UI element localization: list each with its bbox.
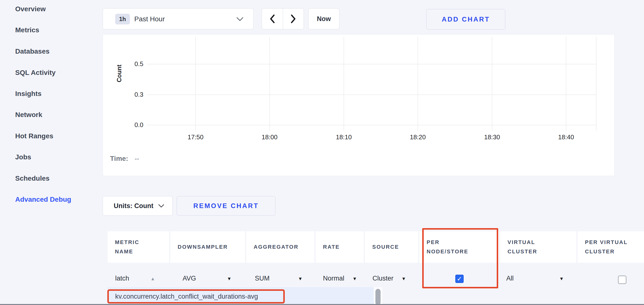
y-axis-tick: 0.3: [114, 91, 143, 98]
caret-up-icon[interactable]: ▲: [150, 276, 155, 282]
gridline: [195, 37, 196, 131]
caret-down-icon[interactable]: ▼: [298, 276, 303, 282]
sidebar-item-overview[interactable]: Overview: [15, 4, 46, 14]
source-select[interactable]: Cluster: [372, 275, 394, 282]
virtual-cluster-select[interactable]: All: [506, 275, 514, 282]
hover-time-label: Time:: [110, 155, 128, 162]
autocomplete-suggestion[interactable]: kv.concurrency.latch_conflict_wait_durat…: [115, 293, 258, 300]
time-range-label: Past Hour: [134, 8, 165, 30]
gridline: [566, 37, 566, 131]
y-axis-tick: 0.0: [114, 121, 143, 129]
x-axis-tick: 18:30: [477, 133, 507, 141]
now-button[interactable]: Now: [308, 8, 340, 29]
caret-down-icon[interactable]: ▼: [559, 276, 564, 282]
sidebar-item-sql-activity[interactable]: SQL Activity: [15, 68, 56, 78]
gridline: [147, 125, 596, 125]
caret-down-icon[interactable]: ▼: [352, 276, 357, 282]
gridline: [418, 37, 418, 131]
column-header-source: SOURCE: [365, 231, 418, 263]
gridline: [344, 37, 344, 131]
x-axis-tick: 18:20: [403, 133, 432, 141]
chevron-down-icon: [236, 17, 244, 21]
caret-down-icon[interactable]: ▼: [402, 276, 406, 282]
hover-time-value: --: [134, 155, 139, 162]
remove-chart-button[interactable]: REMOVE CHART: [177, 196, 276, 216]
column-header-per-virtual-cluster: PER VIRTUAL CLUSTER: [578, 231, 644, 263]
sidebar-item-hot-ranges[interactable]: Hot Ranges: [15, 131, 54, 141]
sidebar-item-network[interactable]: Network: [15, 110, 42, 120]
x-axis-tick: 18:10: [329, 133, 358, 141]
sidebar-item-insights[interactable]: Insights: [15, 89, 42, 99]
advanced-debug-custom-chart-page: Overview Metrics Databases SQL Activity …: [0, 0, 644, 305]
sidebar-item-advanced-debug[interactable]: Advanced Debug: [15, 195, 71, 204]
per-virtual-cluster-checkbox[interactable]: ✓: [618, 276, 626, 284]
caret-down-icon[interactable]: ▼: [227, 276, 232, 282]
column-header-rate: RATE: [316, 231, 364, 263]
prev-time-button[interactable]: [262, 8, 283, 29]
x-axis-tick: 17:50: [181, 133, 210, 141]
x-axis-tick: 18:40: [551, 133, 581, 141]
metric-name-input[interactable]: latch: [115, 275, 129, 282]
units-dropdown-label: Units: Count: [114, 196, 154, 215]
chart-card: [103, 34, 614, 176]
aggregator-select[interactable]: SUM: [255, 275, 270, 282]
column-header-aggregator: AGGREGATOR: [246, 231, 314, 263]
sidebar-item-metrics[interactable]: Metrics: [15, 25, 39, 35]
check-icon: ✓: [456, 275, 463, 283]
gridline: [269, 37, 270, 131]
gridline: [147, 94, 596, 95]
units-dropdown[interactable]: Units: Count: [103, 196, 172, 216]
rate-select[interactable]: Normal: [323, 275, 344, 282]
sidebar-item-jobs[interactable]: Jobs: [15, 152, 31, 162]
hover-time-readout: Time:--: [110, 155, 139, 163]
sidebar-item-databases[interactable]: Databases: [15, 46, 50, 56]
time-step-button-group: [262, 8, 304, 29]
gridline: [596, 37, 596, 131]
dropdown-scrollbar-thumb[interactable]: [376, 289, 380, 305]
column-header-per-node-store: PER NODE/STORE: [419, 231, 499, 263]
window-bottom-edge: [0, 304, 644, 305]
column-header-downsampler: DOWNSAMPLER: [170, 231, 245, 263]
next-time-button[interactable]: [283, 8, 304, 29]
x-axis-tick: 18:00: [255, 133, 284, 141]
column-header-metric-name: METRIC NAME: [108, 231, 169, 263]
downsampler-select[interactable]: AVG: [182, 275, 196, 282]
sidebar-item-schedules[interactable]: Schedules: [15, 174, 50, 183]
column-header-virtual-cluster: VIRTUAL CLUSTER: [500, 231, 576, 263]
chevron-down-icon: [158, 204, 164, 208]
per-node-store-checkbox[interactable]: ✓: [455, 275, 464, 283]
chevron-right-icon: [291, 14, 296, 23]
chevron-left-icon: [270, 14, 275, 23]
time-range-selector[interactable]: 1h Past Hour: [103, 8, 254, 29]
gridline: [492, 37, 492, 131]
time-range-badge: 1h: [115, 14, 130, 24]
gridline: [147, 64, 596, 64]
y-axis-tick: 0.5: [114, 60, 143, 68]
add-chart-button[interactable]: ADD CHART: [426, 9, 505, 30]
